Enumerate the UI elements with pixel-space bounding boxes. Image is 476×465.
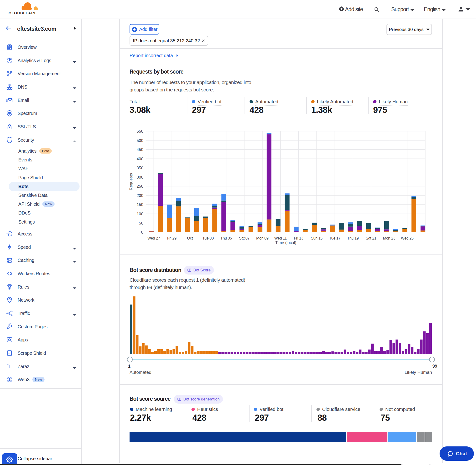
svg-text:Requests: Requests <box>129 173 133 190</box>
svg-text:Mon 09: Mon 09 <box>256 236 269 240</box>
svg-text:Tue 03: Tue 03 <box>202 236 214 240</box>
svg-text:Wed 25: Wed 25 <box>401 236 414 240</box>
svg-text:Tue 17: Tue 17 <box>329 236 340 240</box>
svg-text:500: 500 <box>137 138 143 143</box>
svg-text:Sat 07: Sat 07 <box>239 236 250 240</box>
svg-text:450: 450 <box>137 147 143 152</box>
svg-text:50: 50 <box>139 221 143 225</box>
svg-text:Thu 05: Thu 05 <box>221 236 232 240</box>
svg-text:Thu 19: Thu 19 <box>347 236 359 240</box>
svg-text:550: 550 <box>137 129 143 134</box>
svg-text:250: 250 <box>137 184 143 189</box>
svg-text:200: 200 <box>137 193 143 198</box>
svg-text:300: 300 <box>137 175 143 180</box>
svg-text:Fri 13: Fri 13 <box>294 236 303 240</box>
svg-text:Mon 23: Mon 23 <box>383 236 395 240</box>
svg-text:Fri 29: Fri 29 <box>167 236 177 240</box>
svg-text:Wed 27: Wed 27 <box>148 236 160 240</box>
svg-text:400: 400 <box>137 157 143 161</box>
svg-text:Sun 15: Sun 15 <box>311 236 322 240</box>
svg-text:Wed 11: Wed 11 <box>274 236 287 240</box>
svg-text:Oct: Oct <box>187 236 193 240</box>
svg-text:Sat 21: Sat 21 <box>366 236 376 240</box>
svg-text:100: 100 <box>137 212 143 216</box>
svg-text:150: 150 <box>137 202 143 207</box>
svg-text:350: 350 <box>137 166 143 170</box>
svg-text:Time (local): Time (local) <box>275 241 296 245</box>
svg-text:0: 0 <box>141 230 143 234</box>
